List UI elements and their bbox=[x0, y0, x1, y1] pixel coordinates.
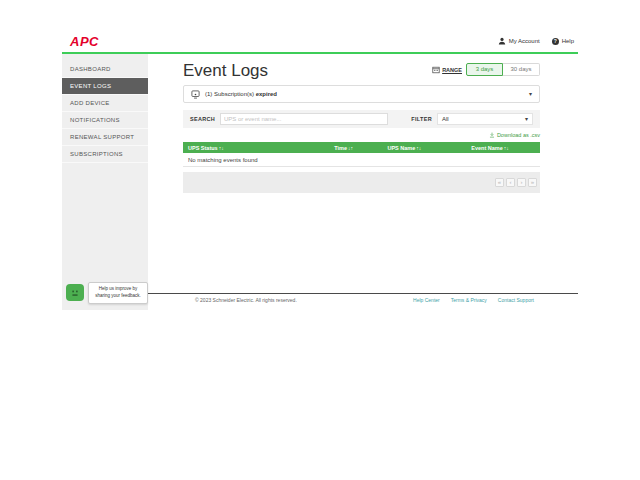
sort-icon: ↑↓ bbox=[416, 145, 421, 151]
topbar-actions: My Account ? Help bbox=[498, 37, 578, 45]
copyright-text: © 2023 Schneider Electric. All rights re… bbox=[195, 297, 297, 303]
column-header-time[interactable]: Time↓↑ bbox=[319, 145, 369, 151]
feedback-face-icon bbox=[69, 287, 81, 299]
column-header-ups-status[interactable]: UPS Status↑↓ bbox=[183, 145, 319, 151]
sidebar-item-renewal-support[interactable]: RENEWAL SUPPORT bbox=[62, 129, 148, 146]
sidebar-nav: DASHBOARD EVENT LOGS ADD DEVICE NOTIFICA… bbox=[62, 54, 148, 310]
feedback-button[interactable] bbox=[66, 284, 84, 301]
footer-link-terms-privacy[interactable]: Terms & Privacy bbox=[451, 297, 487, 303]
feedback-tooltip: Help us improve by sharing your feedback… bbox=[88, 282, 148, 304]
user-icon bbox=[498, 37, 506, 45]
download-label: Download as .csv bbox=[497, 132, 540, 138]
footer-divider bbox=[148, 293, 578, 294]
search-input[interactable] bbox=[220, 113, 388, 125]
sort-icon: ↑↓ bbox=[219, 145, 224, 151]
top-header: APC My Account ? Help bbox=[62, 30, 578, 52]
date-range-icon bbox=[432, 66, 440, 74]
sidebar-item-dashboard[interactable]: DASHBOARD bbox=[62, 61, 148, 78]
filter-value: All bbox=[442, 116, 449, 122]
banner-text: (1) Subscription(s) expired bbox=[205, 91, 277, 97]
range-control: RANGE 3 days 30 days bbox=[432, 63, 540, 76]
page-footer: © 2023 Schneider Electric. All rights re… bbox=[183, 297, 540, 303]
app-container: APC My Account ? Help DASHBOARD EVENT LO… bbox=[62, 30, 578, 330]
column-header-ups-name[interactable]: UPS Name↑↓ bbox=[369, 145, 440, 151]
chevron-down-icon: ▾ bbox=[525, 116, 528, 122]
range-button[interactable]: RANGE bbox=[432, 66, 462, 74]
help-button[interactable]: ? Help bbox=[552, 38, 574, 45]
download-csv-link[interactable]: Download as .csv bbox=[489, 132, 540, 138]
search-label: SEARCH bbox=[190, 116, 215, 122]
empty-table-message: No matching events found bbox=[183, 153, 540, 167]
my-account-label: My Account bbox=[509, 38, 540, 44]
sort-icon: ↓↑ bbox=[348, 145, 353, 151]
footer-link-contact-support[interactable]: Contact Support bbox=[498, 297, 534, 303]
footer-link-help-center[interactable]: Help Center bbox=[413, 297, 440, 303]
sidebar-item-subscriptions[interactable]: SUBSCRIPTIONS bbox=[62, 146, 148, 163]
pagination-bar: « ‹ › » bbox=[183, 172, 540, 193]
pagination-next-button[interactable]: › bbox=[517, 178, 526, 187]
range-3-days-button[interactable]: 3 days bbox=[466, 63, 503, 76]
range-label: RANGE bbox=[442, 67, 462, 73]
pagination-first-button[interactable]: « bbox=[495, 178, 504, 187]
filter-control: FILTER All ▾ bbox=[411, 113, 533, 125]
footer-links: Help Center Terms & Privacy Contact Supp… bbox=[413, 297, 540, 303]
search-filter-toolbar: SEARCH FILTER All ▾ bbox=[183, 110, 540, 128]
events-table-header: UPS Status↑↓ Time↓↑ UPS Name↑↓ Event Nam… bbox=[183, 142, 540, 153]
pagination-prev-button[interactable]: ‹ bbox=[506, 178, 515, 187]
range-toggle-group: 3 days 30 days bbox=[466, 63, 540, 76]
download-row: Download as .csv bbox=[183, 132, 540, 139]
filter-label: FILTER bbox=[411, 116, 432, 122]
pagination-last-button[interactable]: » bbox=[528, 178, 537, 187]
help-label: Help bbox=[562, 38, 574, 44]
apc-logo: APC bbox=[62, 34, 99, 49]
sidebar-item-add-device[interactable]: ADD DEVICE bbox=[62, 95, 148, 112]
column-header-event-name[interactable]: Event Name↑↓ bbox=[440, 145, 540, 151]
sidebar-item-notifications[interactable]: NOTIFICATIONS bbox=[62, 112, 148, 129]
chevron-down-icon[interactable]: ▾ bbox=[529, 91, 532, 97]
range-30-days-button[interactable]: 30 days bbox=[503, 63, 540, 76]
page-title: Event Logs bbox=[183, 61, 268, 81]
help-icon: ? bbox=[552, 38, 559, 45]
ups-device-icon bbox=[191, 90, 200, 99]
sort-icon: ↑↓ bbox=[504, 145, 509, 151]
main-content: Event Logs RANGE 3 days 30 days bbox=[148, 54, 578, 330]
banner-emphasis: expired bbox=[256, 91, 277, 97]
sidebar-item-event-logs[interactable]: EVENT LOGS bbox=[62, 78, 148, 95]
my-account-button[interactable]: My Account bbox=[498, 37, 540, 45]
subscription-expired-banner[interactable]: (1) Subscription(s) expired ▾ bbox=[183, 85, 540, 103]
download-icon bbox=[489, 132, 495, 138]
filter-select[interactable]: All ▾ bbox=[437, 113, 533, 125]
